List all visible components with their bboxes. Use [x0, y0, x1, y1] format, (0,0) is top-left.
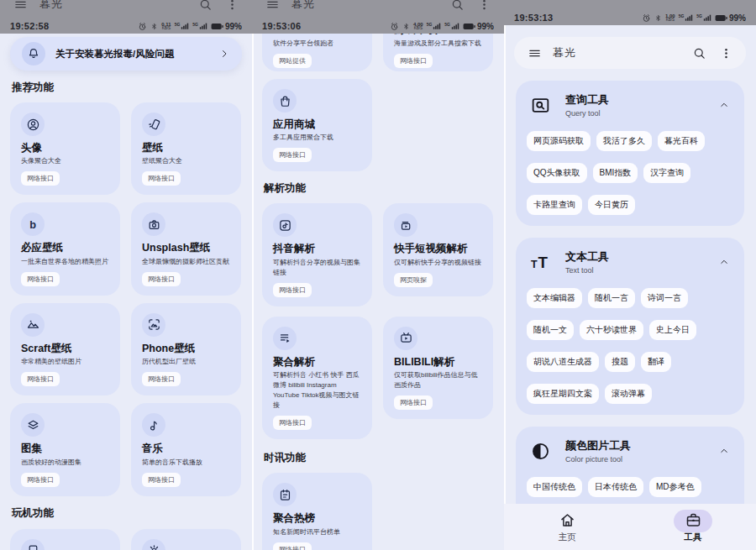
battery-indicator: 99%	[463, 22, 494, 31]
feature-card[interactable]: 聚合热榜 知名新闻时讯平台榜单 网络接口	[262, 473, 372, 550]
card-subtitle: 可解析抖音 小红书 快手 西瓜 微博 bilibili Instagram Yo…	[273, 370, 361, 411]
feature-card[interactable]: 应用商城 多工具应用聚合下载 网络接口	[262, 79, 372, 171]
feature-card-partial[interactable]	[10, 529, 120, 550]
phone-frame-icon	[147, 317, 161, 332]
card-subtitle: 非常精美的壁纸图片	[21, 357, 109, 367]
card-row: 图集 画质较好的动漫图集 网络接口 音乐 简单的音乐下载播放 网络接口	[10, 403, 242, 495]
battery-icon	[715, 14, 727, 22]
banner-text: 关于安装暮光报毒/风险问题	[55, 48, 174, 60]
feature-card[interactable]: 图集 画质较好的动漫图集 网络接口	[10, 403, 120, 495]
card-tag: 网络接口	[142, 171, 181, 186]
card-subtitle: 仅可解析快手分享的视频链接	[394, 258, 482, 268]
tool-chip[interactable]: 疯狂星期四文案	[527, 384, 599, 404]
collapse-icon[interactable]	[718, 256, 730, 268]
search-icon[interactable]	[692, 46, 706, 60]
feature-card[interactable]: b 必应壁纸 一批来自世界各地的精美照片 网络接口	[10, 202, 120, 295]
tool-chip[interactable]: 今日黄历	[588, 195, 635, 215]
card-title: 必应壁纸	[21, 242, 109, 254]
tool-chip[interactable]: 中国传统色	[527, 477, 582, 497]
tool-chip[interactable]: 文本编辑器	[527, 288, 582, 308]
tool-chip[interactable]: QQ头像获取	[527, 163, 587, 183]
section-header-recommend: 推荐功能	[12, 81, 240, 95]
card-tag: 网站提供	[273, 54, 312, 68]
card-tag: 网络接口	[21, 372, 60, 386]
feature-card[interactable]: 快手短视频解析 仅可解析快手分享的视频链接 网页嗅探	[383, 203, 493, 296]
tool-chip[interactable]: 卡路里查询	[527, 195, 582, 215]
nav-home[interactable]: 主页	[504, 504, 630, 550]
more-icon[interactable]	[478, 0, 491, 11]
tool-chip[interactable]: 汉字查询	[643, 163, 690, 183]
notice-banner[interactable]: 关于安装暮光报毒/风险问题	[10, 37, 242, 71]
tool-card-text: TT 文本工具 Text tool 文本编辑器随机一言诗词一言随机一文六十秒读世…	[516, 238, 744, 415]
feature-card[interactable]: 聚合解析 可解析抖音 小红书 快手 西瓜 微博 bilibili Instagr…	[262, 317, 372, 439]
tool-chip[interactable]: 史上今日	[649, 320, 696, 340]
app-title: 暮光	[291, 0, 315, 12]
feature-card[interactable]: Phone壁纸 历代机型出厂壁纸 网络接口	[131, 303, 241, 395]
collapse-icon[interactable]	[718, 445, 730, 457]
chip-list: 网页源码获取我活了多久暮光百科QQ头像获取BMI指数汉字查询卡路里查询今日黄历	[527, 131, 733, 215]
tool-chip[interactable]: 随机一言	[588, 288, 635, 308]
card-title: 聚合解析	[273, 356, 361, 368]
tool-chip[interactable]: 六十秒读世界	[580, 320, 643, 340]
menu-icon[interactable]	[13, 0, 28, 12]
signal-sim1: 5G	[175, 22, 190, 30]
tool-chip[interactable]: 诗词一言	[641, 288, 688, 308]
tool-chip[interactable]: 翻译	[641, 352, 671, 372]
section-header-parse: 解析功能	[264, 181, 492, 196]
card-title: BILIBILI解析	[394, 356, 482, 368]
tool-chip[interactable]: 网页源码获取	[527, 131, 591, 151]
tool-chip[interactable]: 滚动弹幕	[605, 384, 652, 404]
more-icon[interactable]	[720, 47, 732, 60]
screenshot-panel-2: 423Down 软件分享平台领跑者 网站提供 游戏下载 海量游戏及部分工具搜索下…	[252, 0, 504, 550]
card-row: Scraft壁纸 非常精美的壁纸图片 网络接口 Phone壁纸 历代机型出厂壁纸…	[10, 303, 242, 395]
card-tag: 网络接口	[273, 283, 312, 297]
feature-card[interactable]: 音乐 简单的音乐下载播放 网络接口	[131, 403, 241, 495]
tool-chip[interactable]: 随机一文	[527, 320, 574, 340]
feature-card[interactable]: Unsplash壁纸 全球最慷慨的摄影师社区贡献 网络接口	[131, 202, 241, 295]
app-title: 暮光	[39, 0, 63, 12]
feature-card[interactable]: 壁纸 壁纸聚合大全 网络接口	[131, 102, 241, 195]
appbar-cutoff: 暮光	[252, 0, 504, 13]
alarm-icon	[138, 22, 147, 31]
network-speed: 0.11KB/S	[161, 22, 171, 31]
signal-sim2: 5G	[696, 13, 711, 22]
tool-chip[interactable]: 胡说八道生成器	[527, 352, 599, 372]
card-subtitle: 仅可获取bilibili作品信息与低画质作品	[394, 370, 482, 390]
tool-chip[interactable]: BMI指数	[593, 163, 638, 183]
feature-card[interactable]: BILIBILI解析 仅可获取bilibili作品信息与低画质作品 网络接口	[383, 317, 493, 419]
tool-chip[interactable]: 暮光百科	[658, 131, 705, 151]
battery-indicator: 99%	[211, 22, 242, 31]
card-subtitle: 画质较好的动漫图集	[21, 458, 109, 468]
menu-icon[interactable]	[528, 46, 542, 60]
tool-chip[interactable]: 我活了多久	[596, 131, 652, 151]
panel2-content: 423Down 软件分享平台领跑者 网站提供 游戏下载 海量游戏及部分工具搜索下…	[252, 0, 504, 550]
device-icon	[26, 543, 40, 550]
collapse-icon[interactable]	[718, 99, 730, 111]
card-title: 音乐	[142, 443, 230, 454]
music-icon	[147, 418, 161, 432]
nav-tools[interactable]: 工具	[630, 504, 756, 550]
signal-sim2: 5G	[192, 22, 207, 30]
menu-icon[interactable]	[265, 0, 280, 12]
card-title: Phone壁纸	[142, 343, 230, 354]
layers-icon	[26, 418, 40, 432]
card-title: 快手短视频解析	[394, 243, 482, 254]
card-tag: 网络接口	[142, 372, 181, 386]
section-header-play: 玩机功能	[12, 506, 240, 521]
feature-card[interactable]: Scraft壁纸 非常精美的壁纸图片 网络接口	[10, 303, 120, 395]
feature-card-partial[interactable]	[131, 529, 241, 550]
clock: 19:52:58	[10, 21, 49, 31]
svg-text:b: b	[29, 218, 36, 231]
card-tag: 网络接口	[273, 542, 312, 550]
tool-card-subtitle: Text tool	[565, 266, 609, 275]
more-icon[interactable]	[226, 0, 239, 11]
tool-chip[interactable]: 搜题	[605, 352, 635, 372]
search-icon[interactable]	[450, 0, 465, 12]
svg-text:T: T	[531, 258, 538, 270]
tool-chip[interactable]: MD参考色	[649, 477, 701, 497]
screenshot-panel-1: 关于安装暮光报毒/风险问题 推荐功能 头像 头像聚合大全 网络接口 壁纸 壁纸聚…	[0, 0, 252, 550]
feature-card[interactable]: 头像 头像聚合大全 网络接口	[10, 102, 120, 195]
feature-card[interactable]: 抖音解析 可解析抖音分享的视频与图集链接 网络接口	[262, 203, 372, 306]
tool-chip[interactable]: 日本传统色	[588, 477, 643, 497]
search-icon[interactable]	[198, 0, 213, 12]
